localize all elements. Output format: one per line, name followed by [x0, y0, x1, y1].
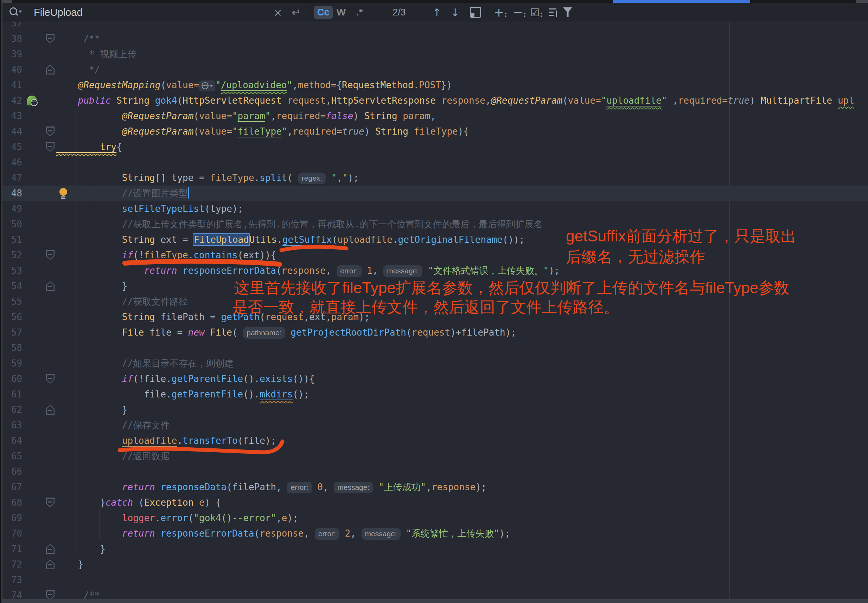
- code-line[interactable]: 39 * 视频上传: [0, 46, 868, 62]
- code-line[interactable]: 46: [0, 155, 868, 170]
- search-in-selection-icon[interactable]: [468, 3, 482, 22]
- fold-end-icon[interactable]: [46, 281, 54, 291]
- words-toggle[interactable]: W: [335, 3, 347, 22]
- fold-end-icon[interactable]: [46, 544, 54, 554]
- line-number[interactable]: 56: [0, 309, 22, 325]
- line-number[interactable]: 63: [0, 417, 22, 433]
- filter-lines-icon[interactable]: [547, 3, 560, 22]
- code-line[interactable]: 73: [0, 572, 868, 588]
- code-line[interactable]: 59 //如果目录不存在，则创建: [0, 356, 868, 371]
- code-text: //保存文件: [56, 417, 169, 433]
- line-number[interactable]: 38: [0, 31, 22, 46]
- next-match-icon[interactable]: ↓: [448, 3, 462, 22]
- line-number[interactable]: 52: [0, 247, 22, 263]
- line-number[interactable]: 71: [0, 541, 22, 557]
- code-line[interactable]: 63 //保存文件: [0, 417, 868, 433]
- code-line[interactable]: 49 setFileTypeList(type);: [0, 201, 868, 216]
- code-line[interactable]: 45 try{: [0, 139, 868, 155]
- code-line[interactable]: 57 File file = new File( pathname: getPr…: [0, 325, 868, 340]
- line-number[interactable]: 60: [0, 371, 22, 387]
- code-line[interactable]: 65 //返回数据: [0, 448, 868, 464]
- line-number[interactable]: 49: [0, 201, 22, 216]
- code-line[interactable]: 60 if(!file.getParentFile().exists()){: [0, 371, 868, 387]
- line-number[interactable]: 51: [0, 232, 22, 247]
- line-number[interactable]: 41: [0, 77, 22, 93]
- code-line[interactable]: 66: [0, 464, 868, 479]
- spring-mapping-icon[interactable]: [27, 96, 37, 105]
- window-top-strip: [0, 0, 868, 3]
- fold-collapse-icon[interactable]: [46, 142, 54, 152]
- fold-collapse-icon[interactable]: [46, 498, 54, 507]
- code-line[interactable]: 69 logger.error("gok4()--error",e);: [0, 510, 868, 526]
- fold-end-icon[interactable]: [46, 560, 54, 569]
- code-line[interactable]: 52 if(!fileType.contains(ext)){: [0, 247, 868, 263]
- code-line[interactable]: 47 String[] type = fileType.split( regex…: [0, 170, 868, 186]
- match-case-toggle[interactable]: Cc: [314, 3, 333, 22]
- code-line[interactable]: 42 public String gok4(HttpServletRequest…: [0, 93, 868, 108]
- fold-end-icon[interactable]: [46, 405, 54, 414]
- search-icon[interactable]: [8, 3, 24, 22]
- line-number[interactable]: 58: [0, 340, 22, 356]
- line-number[interactable]: 40: [0, 62, 22, 77]
- line-number[interactable]: 66: [0, 464, 22, 479]
- line-number[interactable]: 67: [0, 479, 22, 495]
- line-number[interactable]: 42: [0, 93, 22, 108]
- line-number[interactable]: 69: [0, 510, 22, 526]
- inline-parameter-hint: error:: [315, 528, 339, 540]
- fold-collapse-icon[interactable]: [46, 250, 54, 260]
- code-line[interactable]: 38 /**: [0, 31, 868, 46]
- search-input[interactable]: FileUpload: [34, 3, 83, 22]
- previous-match-icon[interactable]: ↑: [430, 3, 444, 22]
- line-number[interactable]: 70: [0, 526, 22, 541]
- code-line[interactable]: 58: [0, 340, 868, 356]
- fold-collapse-icon[interactable]: [46, 34, 54, 43]
- line-number[interactable]: 68: [0, 495, 22, 510]
- fold-collapse-icon[interactable]: [46, 374, 54, 384]
- line-number[interactable]: 48: [0, 186, 22, 201]
- newline-icon[interactable]: ↵: [289, 3, 303, 22]
- line-number[interactable]: 62: [0, 402, 22, 417]
- code-line[interactable]: 44 @RequestParam(value="fileType",requir…: [0, 124, 868, 139]
- line-number[interactable]: 59: [0, 356, 22, 371]
- fold-end-icon[interactable]: [46, 65, 54, 74]
- code-line[interactable]: 61 file.getParentFile().mkdirs();: [0, 387, 868, 402]
- line-number[interactable]: 65: [0, 448, 22, 464]
- code-line[interactable]: 53 return responseErrorData(response, er…: [0, 263, 868, 278]
- code-line[interactable]: 68 }catch (Exception e) {: [0, 495, 868, 510]
- code-line[interactable]: 71 }: [0, 541, 868, 557]
- code-line[interactable]: 62 }: [0, 402, 868, 417]
- fold-collapse-icon[interactable]: [46, 591, 54, 600]
- line-number[interactable]: 61: [0, 387, 22, 402]
- line-number[interactable]: 46: [0, 155, 22, 170]
- code-line[interactable]: 70 return responseErrorData(response, er…: [0, 526, 868, 541]
- line-number[interactable]: 64: [0, 433, 22, 448]
- filter-icon[interactable]: [561, 3, 574, 22]
- select-all-occurrences-icon[interactable]: ☑: [527, 3, 545, 22]
- code-line[interactable]: 48 //设置图片类型: [0, 186, 868, 201]
- line-number[interactable]: 39: [0, 46, 22, 62]
- line-number[interactable]: 50: [0, 216, 22, 232]
- code-line[interactable]: 43 @RequestParam(value="param",required=…: [0, 108, 868, 124]
- code-line[interactable]: 67 return responseData(filePath, error: …: [0, 479, 868, 495]
- code-line[interactable]: 72 }: [0, 557, 868, 572]
- add-occurrence-icon[interactable]: +: [492, 3, 508, 22]
- line-number[interactable]: 44: [0, 124, 22, 139]
- code-line[interactable]: 41 @RequestMapping(value="/uploadvideo",…: [0, 77, 868, 93]
- url-mapping-icon[interactable]: [199, 80, 215, 91]
- code-line[interactable]: 64 uploadfile.transferTo(file);: [0, 433, 868, 448]
- close-icon[interactable]: ×: [271, 3, 285, 22]
- line-number[interactable]: 43: [0, 108, 22, 124]
- line-number[interactable]: 47: [0, 170, 22, 186]
- line-number[interactable]: 73: [0, 572, 22, 588]
- fold-collapse-icon[interactable]: [46, 127, 54, 136]
- line-number[interactable]: 72: [0, 557, 22, 572]
- line-number[interactable]: 55: [0, 294, 22, 309]
- regex-toggle[interactable]: .*: [352, 3, 367, 22]
- remove-occurrence-icon[interactable]: −: [511, 3, 527, 22]
- code-text: return responseData(filePath, error: 0, …: [56, 479, 487, 495]
- line-number[interactable]: 54: [0, 278, 22, 294]
- line-number[interactable]: 57: [0, 325, 22, 340]
- code-line[interactable]: 40 */: [0, 62, 868, 77]
- line-number[interactable]: 53: [0, 263, 22, 278]
- line-number[interactable]: 45: [0, 139, 22, 155]
